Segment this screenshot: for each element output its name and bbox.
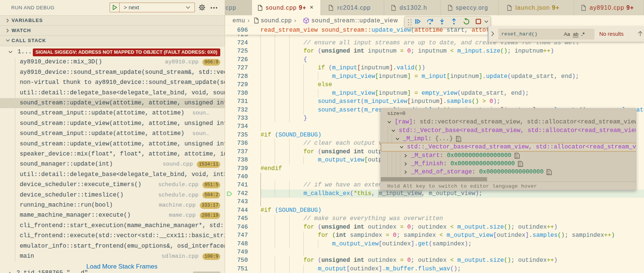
svg-text:10: 10 xyxy=(457,139,460,142)
svg-text:10: 10 xyxy=(515,156,518,159)
svg-text:10: 10 xyxy=(519,164,521,167)
svg-text:10: 10 xyxy=(547,172,550,175)
